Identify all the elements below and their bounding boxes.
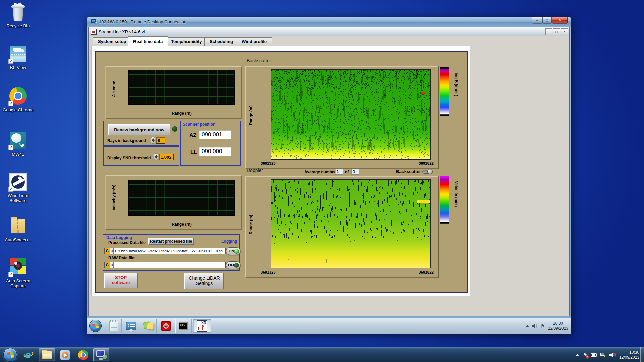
raw-drive-selector[interactable]: C [104,262,110,268]
sticky-notes-icon [144,321,154,331]
doppler-y-axis-label: Range (m) [249,211,253,238]
az-value-field[interactable]: 090.001 [199,130,231,139]
host-power-icon[interactable] [591,353,597,357]
desktop-icon-bl-view[interactable]: ↗ BL-View [1,44,36,70]
desktop-icon-recycle-bin[interactable]: Recycle Bin [1,3,36,28]
velocity-x-axis-label: Range (m) [128,222,235,227]
data-logging-box: Data Logging Processed Data file Restart… [103,234,240,271]
remote-time: 10:30 [548,321,568,326]
app-restore-button[interactable]: □ [553,28,560,35]
host-taskbar-windows-explorer[interactable] [39,348,55,361]
snr-spinner[interactable] [154,153,158,160]
raw-logging-toggle[interactable]: OFF [226,261,240,269]
restart-processed-file-button[interactable]: Restart processed file [148,238,194,245]
change-lidar-settings-button[interactable]: Change LiDAR Settings [184,273,224,289]
ascope-x-axis-label: Range (m) [128,111,235,116]
app-close-button[interactable]: × [561,28,568,35]
remote-taskbar-system-monitor[interactable] [123,319,139,333]
host-network-warning-icon[interactable]: ! [600,353,606,357]
remote-taskbar-sticky-notes[interactable] [141,319,157,333]
processed-logging-toggle[interactable]: ON [226,247,240,255]
ascope-graph-frame: A-scope Range (m) [106,66,241,119]
backscatter-x-right: 3691822 [419,161,434,165]
renew-background-button[interactable]: Renew background now [108,124,170,135]
rdp-title-bar[interactable]: 192.168.0.150 - Remote Desktop Connectio… [87,17,571,27]
desktop-icon-label: Wind Lidar Software [1,193,36,203]
scanner-position-box: Scanner position AZ 090.001 EL 090.000 [180,121,241,166]
average-number-field[interactable]: 1 [335,169,343,175]
rdp-maximize-button[interactable]: □ [542,17,552,24]
rays-spinner[interactable] [151,137,155,144]
tab-wind-profile[interactable]: Wind profile [236,37,272,46]
processed-path-field[interactable]: C:\Lidar\Data\Proc\2023\202309\20230912\… [114,248,226,254]
stop-power-icon [161,321,171,331]
host-taskbar-remote-desktop[interactable] [93,348,109,361]
raw-path-field[interactable] [114,262,226,268]
desktop-icon-mw41[interactable]: ↗ MW41 [1,131,36,157]
raw-path-type-icon[interactable]: ∷ [110,262,114,268]
host-tray-expand-icon[interactable] [576,354,579,356]
doppler-colorbar [440,176,449,224]
processed-data-file-label: Processed Data file [108,240,146,245]
remote-action-center-icon[interactable]: ⚑ [540,323,545,329]
doppler-heatmap-image [271,180,431,268]
remote-clock[interactable]: 10:30 12/09/2023 [548,321,568,331]
processed-drive-selector[interactable]: C [104,248,110,254]
host-date: 12/09/2023 [619,355,639,360]
app-minimize-button[interactable]: − [545,28,552,35]
host-start-button[interactable] [3,348,17,362]
processed-path-type-icon[interactable]: ∷ [110,248,114,254]
snr-threshold-box: Display SNR threshold 1.002 [103,146,179,166]
backscatter-toggle-label: Backscatter [396,169,421,174]
doppler-heatmap [271,179,431,268]
rdp-window: 192.168.0.150 - Remote Desktop Connectio… [87,17,571,334]
bl-view-icon: ↗ [8,44,28,64]
remote-date: 12/09/2023 [548,326,568,331]
snr-value-field[interactable]: 1.002 [159,154,174,160]
remote-volume-icon[interactable] [532,324,537,328]
backscatter-heatmap-image [271,70,431,160]
rdp-close-button[interactable]: × [552,17,568,24]
system-monitor-icon [126,322,136,330]
rdp-minimize-button[interactable]: – [532,17,542,24]
remote-taskbar-command-prompt[interactable]: C:\_ [175,319,192,333]
backscatter-colorbar-label: log B (/m/sr) [454,73,459,116]
remote-taskbar-stop-utility[interactable] [158,319,174,333]
tab-temp-humidity[interactable]: Temp/humidity [166,37,207,46]
auto-screen-capture-icon: ↗ [8,257,28,277]
el-value-field[interactable]: 090.000 [199,147,231,156]
tab-system-setup[interactable]: System setup [93,37,132,46]
rays-value-field[interactable]: 8 [156,137,165,144]
desktop-icon-google-chrome[interactable]: ↗ Google Chrome [1,86,36,112]
doppler-x-left: 3691323 [261,270,276,274]
change-line1: Change LiDAR [185,275,223,281]
host-clock[interactable]: 10:30 12/09/2023 [619,350,639,360]
host-taskbar-media-player[interactable] [57,348,73,361]
host-taskbar-internet-explorer[interactable]: e [21,348,37,361]
rdp-computer-icon [91,19,97,24]
change-line2: Settings [185,281,223,286]
average-total-field[interactable]: 1 [351,169,359,175]
zip-folder-icon [8,217,28,236]
host-action-center-icon[interactable]: ⚑× [583,352,587,358]
host-volume-muted-icon[interactable] [609,352,615,358]
remote-tray-expand-icon[interactable] [526,325,529,327]
desktop-icon-autoscreen-zip[interactable]: AutoScreen... [1,217,36,242]
remote-taskbar-notepad[interactable] [106,319,122,333]
host-taskbar-chrome[interactable] [75,348,91,361]
tab-scheduling[interactable]: Scheduling [204,37,238,46]
tab-real-time-data[interactable]: Real time data [128,36,168,46]
stop-software-button[interactable]: STOP software [104,273,138,288]
show-desktop-button[interactable] [640,347,644,362]
notepad-icon [109,321,118,331]
remote-desktop-icon [96,350,107,360]
ascope-plot-area [128,70,235,105]
app-title-bar[interactable]: StreamLine XR v14-6.vi − □ × [89,27,569,36]
desktop-icon-wind-lidar[interactable]: ↗ Wind Lidar Software [1,172,36,203]
desktop-icon-label: Auto Screen Capture [1,278,36,288]
xr-icon-text: XR [201,321,206,325]
remote-taskbar-streamline-xr[interactable]: XR [193,319,211,333]
desktop-icon-auto-screen-capture[interactable]: ↗ Auto Screen Capture [1,257,36,288]
remote-start-button[interactable] [89,320,102,332]
backscatter-toggle[interactable] [422,170,432,174]
